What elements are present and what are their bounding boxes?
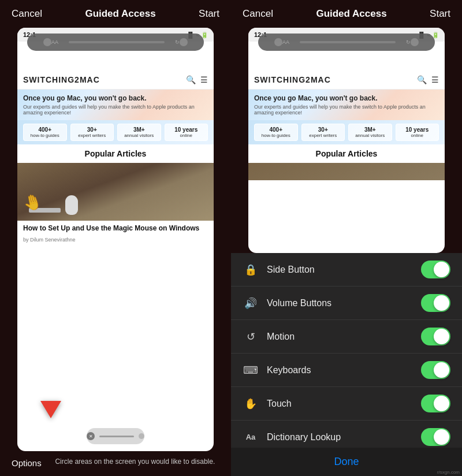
touch-icon: ✋ xyxy=(243,396,259,412)
right-banner-sub: Our experts and guides will help you mak… xyxy=(254,104,439,116)
motion-icon: ↺ xyxy=(243,329,259,345)
motion-toggle[interactable] xyxy=(421,328,450,345)
right-website-content: SWITCHING2MAC 🔍 ☰ Once you go Mac, you w… xyxy=(248,70,445,180)
site-header-icons: 🔍 ☰ xyxy=(186,75,208,84)
done-bar: Done xyxy=(231,448,462,476)
hand-illustration: 🤚 xyxy=(23,194,42,211)
left-panel: Cancel Guided Access Start 12:1 ▐▌ ≈ 🔋 A… xyxy=(0,0,231,476)
volume-buttons-toggle-thumb xyxy=(434,295,449,311)
keyboards-toggle[interactable] xyxy=(421,361,450,379)
right-stat-visitors: 3M+ annual visitors xyxy=(348,124,392,141)
keyboards-toggle-thumb xyxy=(434,362,449,378)
stat-visitors: 3M+ annual visitors xyxy=(117,124,161,141)
stats-row: 400+ how-to guides 30+ expert writers 3M… xyxy=(17,120,214,144)
right-title: Guided Access xyxy=(316,8,386,20)
right-search-icon: 🔍 xyxy=(417,75,427,84)
stat-years: 10 years online xyxy=(165,124,208,141)
setting-row-keyboards: ⌨ Keyboards xyxy=(231,354,462,387)
pill-dot-left xyxy=(43,38,51,46)
motion-label: Motion xyxy=(267,332,421,342)
left-cancel-button[interactable]: Cancel xyxy=(12,8,42,20)
done-button[interactable]: Done xyxy=(334,456,359,467)
left-phone-screen: 12:1 ▐▌ ≈ 🔋 AA ↻ SWITCHING2MAC 🔍 xyxy=(17,28,214,451)
arrow-container xyxy=(40,401,61,418)
setting-row-motion: ↺ Motion xyxy=(231,320,462,354)
lock-icon: 🔒 xyxy=(243,262,259,278)
article-author: by Dilum Senevirathne xyxy=(17,236,214,246)
keyboards-icon: ⌨ xyxy=(243,362,259,378)
pill-refresh-icon: ↻ xyxy=(175,39,180,45)
right-banner-title: Once you go Mac, you won't go back. xyxy=(254,94,439,102)
right-guided-pill: AA ↻ xyxy=(248,28,445,57)
banner-sub: Our experts and guides will help you mak… xyxy=(23,104,208,116)
stat-writers-num: 30+ xyxy=(74,127,110,133)
right-top-bar: Cancel Guided Access Start xyxy=(231,0,462,28)
stat-writers: 30+ expert writers xyxy=(70,124,114,141)
banner-title: Once you go Mac, you won't go back. xyxy=(23,94,208,102)
right-start-button[interactable]: Start xyxy=(430,8,450,20)
right-stats-row: 400+ how-to guides 30+ expert writers 3M… xyxy=(248,120,445,144)
phone-bottom-handle: ✕ xyxy=(87,428,144,444)
options-hint-text: Circle areas on the screen you would lik… xyxy=(51,457,219,467)
volume-buttons-label: Volume Buttons xyxy=(267,298,421,308)
touch-toggle[interactable] xyxy=(421,395,450,412)
right-pill-dot-right xyxy=(411,38,419,46)
guided-access-pill: AA ↻ xyxy=(17,28,214,57)
handle-dot xyxy=(139,433,144,439)
stat-visitors-num: 3M+ xyxy=(121,127,157,133)
popular-articles-heading: Popular Articles xyxy=(17,144,214,163)
mouse-shape xyxy=(65,195,78,215)
menu-icon: ☰ xyxy=(200,75,208,84)
pill-dot-right xyxy=(180,38,188,46)
right-cancel-button[interactable]: Cancel xyxy=(243,8,273,20)
stat-years-label: online xyxy=(169,133,204,138)
volume-buttons-toggle[interactable] xyxy=(421,294,450,312)
right-pill-bar xyxy=(300,41,396,43)
setting-row-side-button: 🔒 Side Button xyxy=(231,253,462,287)
right-stat-writers: 30+ expert writers xyxy=(301,124,345,141)
stat-writers-label: expert writers xyxy=(74,133,110,138)
right-site-header: SWITCHING2MAC 🔍 ☰ xyxy=(248,70,445,90)
right-popular-articles: Popular Articles xyxy=(248,144,445,163)
side-button-label: Side Button xyxy=(267,265,421,275)
article-image: Tutorials 🤚 xyxy=(17,163,214,221)
right-site-logo: SWITCHING2MAC xyxy=(254,75,331,84)
site-header: SWITCHING2MAC 🔍 ☰ xyxy=(17,70,214,90)
search-icon: 🔍 xyxy=(186,75,196,84)
right-panel: Cancel Guided Access Start 12:1 ▐▌ ≈ 🔋 A… xyxy=(231,0,462,476)
options-button[interactable]: Options xyxy=(12,457,42,468)
right-site-icons: 🔍 ☰ xyxy=(417,75,439,84)
dictionary-lookup-toggle-thumb xyxy=(434,429,449,445)
site-logo: SWITCHING2MAC xyxy=(23,75,100,84)
dictionary-lookup-label: Dictionary Lookup xyxy=(267,432,421,442)
article-title: How to Set Up and Use the Magic Mouse on… xyxy=(17,221,214,236)
side-button-toggle-thumb xyxy=(434,262,449,277)
motion-toggle-thumb xyxy=(434,329,449,344)
website-content: SWITCHING2MAC 🔍 ☰ Once you go Mac, you w… xyxy=(17,70,214,246)
bottom-options-bar: Options Circle areas on the screen you w… xyxy=(0,451,231,476)
pill-url-label: AA xyxy=(51,39,58,45)
arrow-down-icon xyxy=(40,401,61,418)
stat-years-num: 10 years xyxy=(169,127,204,133)
left-top-bar: Cancel Guided Access Start xyxy=(0,0,231,28)
stat-visitors-label: annual visitors xyxy=(121,133,157,138)
handle-bar xyxy=(99,436,134,437)
right-phone-preview: 12:1 ▐▌ ≈ 🔋 AA ↻ SWITCHING2MAC 🔍 ☰ xyxy=(248,28,445,253)
dictionary-icon: Aa xyxy=(243,429,259,445)
right-stat-years: 10 years online xyxy=(396,124,439,141)
watermark: r/sxgn.com xyxy=(437,470,460,475)
pill-url-bar xyxy=(69,41,165,43)
settings-list: 🔒 Side Button 🔊 Volume Buttons ↺ Motion … xyxy=(231,253,462,448)
right-stat-guides: 400+ how-to guides xyxy=(254,124,298,141)
side-button-toggle[interactable] xyxy=(421,261,450,278)
left-start-button[interactable]: Start xyxy=(199,8,219,20)
stat-guides: 400+ how-to guides xyxy=(23,124,67,141)
right-menu-icon: ☰ xyxy=(431,75,439,84)
setting-row-touch: ✋ Touch xyxy=(231,387,462,421)
setting-row-dictionary-lookup: Aa Dictionary Lookup xyxy=(231,421,462,448)
dictionary-lookup-toggle[interactable] xyxy=(421,428,450,446)
handle-close-icon: ✕ xyxy=(87,432,95,440)
right-site-banner: Once you go Mac, you won't go back. Our … xyxy=(248,90,445,120)
volume-icon: 🔊 xyxy=(243,295,259,311)
site-banner: Once you go Mac, you won't go back. Our … xyxy=(17,90,214,120)
